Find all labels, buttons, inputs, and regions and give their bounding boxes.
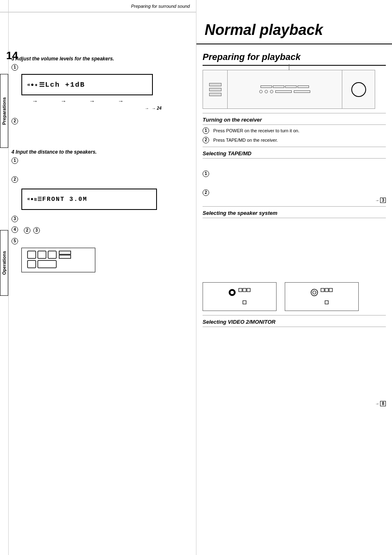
svg-point-8 — [231, 291, 234, 294]
section4-title: Selecting the speaker system — [203, 210, 386, 218]
main-title: Normal playback — [205, 21, 323, 39]
vertical-divider — [8, 0, 9, 555]
left-header: Preparing for surround sound — [0, 0, 196, 12]
rcv-rect3 — [209, 93, 221, 96]
small-speaker-display — [21, 248, 188, 272]
speaker-grid-svg — [25, 249, 91, 272]
circle-4-5: 5 — [12, 238, 18, 244]
step4-item3: 3 — [12, 216, 188, 222]
circle-1: 1 — [12, 64, 18, 71]
svg-point-13 — [311, 289, 318, 296]
step4-item2: 2 — [12, 176, 188, 183]
receiver-mid — [228, 70, 342, 108]
divider4 — [203, 315, 386, 315]
right-header: Normal playback — [196, 0, 392, 44]
s2-text2: Press TAPE/MD on the receiver. — [213, 137, 278, 144]
step3-item1: 1 — [12, 64, 188, 71]
ref-badge-24: → 24 — [150, 106, 163, 111]
receiver-right — [342, 70, 375, 108]
section1-title: Preparing for playback — [203, 52, 386, 66]
page-number: 14 — [6, 49, 18, 62]
svg-rect-2 — [48, 251, 56, 258]
left-content: 3 Adjust the volume levels for the speak… — [0, 49, 196, 277]
s3-circle2: 2 — [203, 189, 209, 196]
ref-badge-8: 8 — [380, 401, 386, 406]
s2-text1: Press POWER on the receiver to turn it o… — [213, 127, 300, 134]
right-panel: Normal playback Preparing for playback — [196, 0, 392, 555]
lcd-display-2: «● ≋☰ FRONT 3.0M — [21, 186, 188, 212]
step3-arrows: → → → → — [32, 98, 188, 104]
row-dots — [259, 90, 310, 93]
svg-rect-0 — [28, 251, 36, 258]
step3-heading: 3 Adjust the volume levels for the speak… — [12, 56, 188, 62]
step4-item5: 5 — [12, 238, 188, 244]
spacer3 — [203, 245, 386, 278]
step4-item1: 1 — [12, 157, 188, 164]
spk-sys-container — [203, 282, 386, 311]
lcd-display-1: «● ✦☰ Lch +1dB — [21, 74, 188, 95]
svg-rect-12 — [243, 301, 246, 304]
section3-item2: 2 — [203, 189, 386, 196]
receiver-diagram — [203, 70, 375, 109]
circle-4-1: 1 — [12, 157, 18, 164]
svg-rect-5 — [28, 260, 36, 268]
svg-rect-10 — [243, 288, 246, 292]
ref-badge-3: 3 — [380, 198, 386, 203]
s2-circle2: 2 — [203, 137, 209, 143]
section2-item2: 2 Press TAPE/MD on the receiver. — [203, 137, 386, 144]
receiver-panel — [203, 70, 375, 108]
band1 — [261, 85, 272, 88]
left-header-text: Preparing for surround sound — [131, 4, 190, 9]
receiver-left — [203, 70, 228, 108]
svg-rect-15 — [321, 288, 324, 292]
dot3 — [270, 90, 273, 93]
circle-4-3: 3 — [12, 216, 18, 222]
spk-sys-box-2 — [285, 282, 359, 311]
spk-svg-right — [309, 286, 334, 307]
spk-sys-left — [203, 282, 277, 311]
rcv-rect1 — [209, 83, 221, 86]
svg-rect-9 — [239, 288, 242, 292]
circle-2a: 2 — [12, 118, 18, 124]
spk-sys-right — [285, 282, 359, 311]
spk-display — [21, 248, 95, 272]
svg-rect-18 — [325, 301, 328, 304]
s2-circle1: 1 — [203, 127, 209, 134]
sidebar-preparations: Preparations — [0, 74, 8, 148]
band4 — [297, 85, 309, 88]
svg-rect-1 — [38, 251, 46, 258]
dot1 — [259, 90, 263, 93]
spacer2 — [203, 221, 386, 245]
svg-rect-6 — [38, 260, 56, 268]
svg-rect-17 — [329, 288, 332, 292]
circle-4-4: 4 — [12, 226, 18, 233]
section2-title: Turning on the receiver — [203, 117, 386, 125]
band2 — [273, 85, 284, 88]
right-content: Preparing for playback — [196, 44, 392, 410]
rcv-rect2 — [209, 88, 221, 91]
ref-circle-3: 3 — [33, 227, 40, 234]
svg-point-14 — [313, 291, 316, 294]
band3 — [285, 85, 297, 88]
step4-heading: 4 Input the distance to the speakers. — [12, 149, 188, 155]
step3-ref: → → 24 — [12, 106, 163, 111]
circle-4-2: 2 — [12, 176, 18, 183]
divider1 — [203, 113, 386, 113]
left-panel: Preparing for surround sound 14 Preparat… — [0, 0, 196, 555]
spacer1 — [203, 161, 386, 169]
section5-title: Selecting VIDEO 2/MONITOR — [203, 319, 386, 327]
spk-sys-box-1 — [203, 282, 277, 311]
ref-circle-2: 2 — [24, 227, 30, 234]
band-row1 — [261, 85, 309, 88]
section5-ref: → 8 — [203, 401, 386, 406]
s3-circle1: 1 — [203, 170, 209, 177]
lcd-box-1: «● ✦☰ Lch +1dB — [21, 74, 153, 95]
section2-item1: 1 Press POWER on the receiver to turn it… — [203, 127, 386, 134]
antenna-line — [289, 64, 289, 70]
step3-item2: 2 — [12, 118, 188, 124]
spk-icon-group-left — [227, 286, 252, 307]
section3-item1: 1 — [203, 170, 386, 177]
svg-rect-3 — [59, 251, 71, 254]
svg-rect-4 — [59, 255, 71, 258]
section3-title: Selecting TAPE/MD — [203, 150, 386, 159]
